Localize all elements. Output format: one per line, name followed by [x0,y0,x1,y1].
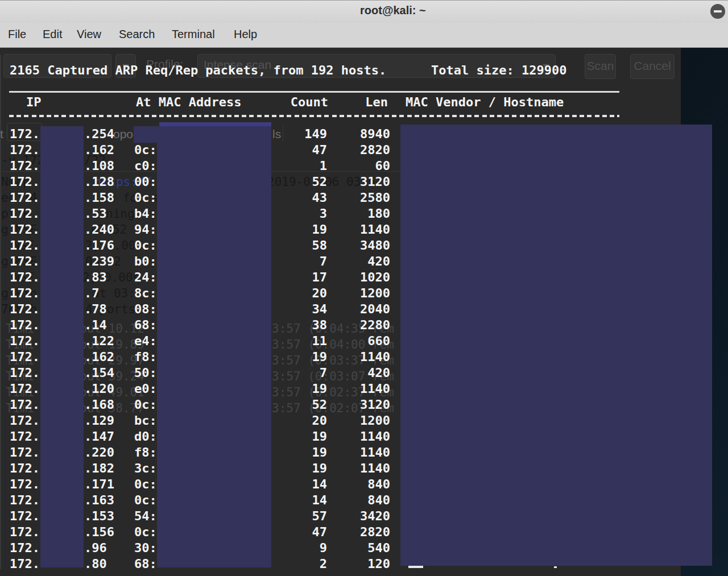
menu-item-edit[interactable]: Edit [43,28,62,41]
mac-prefix: e4: [134,333,157,349]
packet-length: 1200 [318,285,390,301]
ip-suffix: .120 [84,381,114,397]
menu-item-terminal[interactable]: Terminal [172,28,215,41]
ip-prefix: 172. [10,158,40,174]
packet-length: 2580 [318,190,390,206]
ip-prefix: 172. [10,476,40,492]
packet-length: 2040 [318,301,390,317]
packet-length: 60 [318,158,390,174]
ip-suffix: .80 [84,556,107,572]
packet-length: 1140 [318,349,390,365]
ip-prefix: 172. [10,333,40,349]
packet-length: 3120 [318,174,390,190]
ip-prefix: 172. [10,301,40,317]
ip-prefix: 172. [10,174,40,190]
packet-length: 2280 [318,317,390,333]
minimize-icon [714,10,722,13]
ip-suffix: .240 [84,222,114,238]
mac-prefix: 0c: [134,492,157,508]
redaction-mac-column [157,143,271,567]
ip-prefix: 172. [10,556,40,572]
mac-prefix: 08: [134,301,157,317]
ip-prefix: 172. [10,254,40,270]
mac-prefix: 3c: [134,461,157,476]
menu-bar: FileEditViewSearchTerminalHelp [0,23,728,48]
ip-prefix: 172. [10,429,40,445]
mac-prefix: 24: [134,270,157,285]
ip-suffix: .156 [84,524,114,540]
ip-prefix: 172. [10,397,40,413]
mac-prefix: 50: [134,365,157,381]
ip-suffix: .147 [84,429,114,445]
ip-prefix: 172. [10,365,40,381]
ip-prefix: 172. [10,445,40,461]
packet-length: 1140 [318,461,390,476]
kali-desktop-screen: Profile: Intense scan Scan Cancel topoll… [0,0,728,576]
packet-length: 540 [318,540,390,556]
ip-prefix: 172. [10,492,40,508]
ip-suffix: .182 [84,461,114,476]
ip-prefix: 172. [10,349,40,365]
packet-length: 3120 [318,397,390,413]
zenmap-cancel-button[interactable]: Cancel [630,54,675,79]
mac-prefix: f8: [134,349,157,365]
mac-prefix: bc: [134,413,157,429]
ip-suffix: .239 [84,254,114,270]
column-header-len: Len [316,94,388,110]
mac-prefix: 68: [134,556,157,572]
column-header-vendor: MAC Vendor / Hostname [406,94,564,110]
column-header-ip: IP [26,94,42,110]
packet-length: 1140 [318,445,390,461]
window-titlebar[interactable]: root@kali: ~ [0,0,728,23]
total-size: Total size: 129900 [431,63,566,78]
ip-prefix: 172. [10,381,40,397]
menu-item-help[interactable]: Help [234,28,257,41]
ip-suffix: .254 [84,126,114,142]
ip-suffix: .83 [84,270,107,285]
mac-prefix: 54: [134,508,157,524]
packet-length: 1140 [318,381,390,397]
packet-length: 660 [318,333,390,349]
minimize-button[interactable] [710,4,725,19]
mac-prefix: 8c: [134,285,157,301]
mac-prefix: f8: [134,445,157,461]
ip-prefix: 172. [10,461,40,476]
redaction-ip-octets [40,126,84,567]
window-title: root@kali: ~ [360,4,426,17]
ip-prefix: 172. [10,270,40,285]
mac-prefix: 0c: [134,524,157,540]
ip-prefix: 172. [10,524,40,540]
ip-prefix: 172. [10,508,40,524]
ip-suffix: .14 [84,317,107,333]
ip-suffix: .158 [84,190,114,206]
column-header-mac: At MAC Address [136,94,241,110]
packet-length: 840 [318,492,390,508]
packet-length: 1020 [318,270,390,285]
zenmap-scan-button[interactable]: Scan [585,54,616,79]
mac-prefix: 00: [134,174,157,190]
mac-prefix: e0: [134,381,157,397]
mac-prefix: 0c: [134,397,157,413]
mac-prefix: b0: [134,254,157,270]
ip-suffix: .96 [84,540,107,556]
packet-length: 1140 [318,429,390,445]
ip-suffix: .129 [84,413,114,429]
packet-length: 3420 [318,508,390,524]
ip-suffix: .220 [84,445,114,461]
menu-item-file[interactable]: File [8,28,26,41]
ip-suffix: .163 [84,492,114,508]
menu-item-view[interactable]: View [77,28,101,41]
menu-item-search[interactable]: Search [119,28,155,41]
capture-summary: 2165 Captured ARP Req/Rep packets, from … [10,63,386,78]
ip-suffix: .53 [84,206,107,222]
ip-prefix: 172. [10,142,40,158]
ip-prefix: 172. [10,190,40,206]
mac-prefix: 30: [134,540,157,556]
packet-length: 2820 [318,142,390,158]
ip-prefix: 172. [10,238,40,254]
ip-suffix: .122 [84,333,114,349]
redaction-mac-row1 [134,126,271,143]
ip-suffix: .108 [84,158,114,174]
dashed-separator [9,115,619,117]
ip-suffix: .168 [84,397,114,413]
